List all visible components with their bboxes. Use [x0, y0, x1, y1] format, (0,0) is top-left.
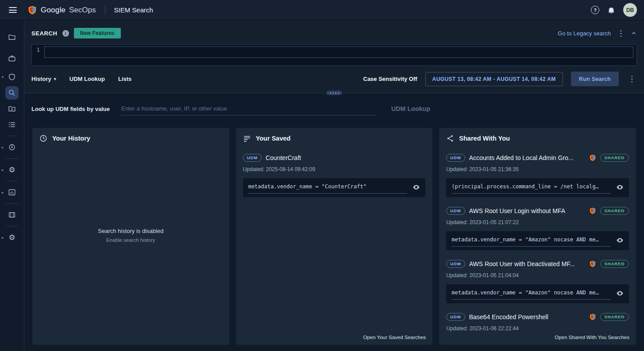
sidebar: ▾ ▸ ▸ ⚙ ▸ — [0, 20, 24, 351]
main-content: SEARCH i New Features Go to Legacy searc… — [24, 20, 644, 351]
udm-lookup-button[interactable]: UDM Lookup — [391, 105, 430, 112]
shared-search-name[interactable]: Accounts Added to Local Admin Gro... — [469, 154, 574, 161]
udm-badge: UDM — [446, 154, 465, 162]
rules-list-icon — [8, 121, 16, 129]
case-sensitivity-toggle[interactable]: Case Sensitivity Off — [363, 76, 417, 82]
your-history-panel: Your History Search history is disabled … — [32, 128, 229, 345]
brand-logo: Google SecOps — [27, 5, 96, 15]
saved-search-name[interactable]: CounterCraft — [266, 154, 301, 161]
sidebar-item-curated-detections[interactable] — [0, 101, 24, 117]
shared-badge: SHARED — [600, 154, 629, 162]
preview-eye-icon[interactable] — [616, 183, 624, 194]
preview-eye-icon[interactable] — [616, 237, 624, 247]
folder-icon — [8, 33, 16, 41]
sidebar-item-detections[interactable]: ▾ — [0, 69, 24, 85]
search-toolbar: History ▾ UDM Lookup Lists Case Sensitiv… — [24, 66, 644, 93]
app-title: SIEM Search — [114, 6, 153, 14]
sidebar-divider — [6, 158, 18, 159]
legacy-search-link[interactable]: Go to Legacy search — [558, 30, 611, 37]
udm-badge: UDM — [446, 313, 465, 321]
sidebar-item-search[interactable] — [0, 85, 24, 101]
chevron-down-icon: ▾ — [2, 75, 4, 79]
shared-search-name[interactable]: Base64 Encoded Powershell — [469, 313, 548, 320]
shared-badge: SHARED — [600, 207, 629, 215]
query-preview: metadata.vendor_name = "CounterCraft" — [243, 178, 426, 197]
query-preview: metadata.vendor_name = "Amazon" nocase A… — [446, 231, 629, 250]
query-text: metadata.vendor_name = "Amazon" nocase A… — [451, 290, 611, 300]
enable-history-link[interactable]: Enable search history — [32, 237, 229, 243]
shield-icon — [8, 73, 16, 81]
sidebar-item-rules[interactable] — [0, 117, 24, 133]
sidebar-divider — [6, 203, 18, 204]
shared-search-name[interactable]: AWS Root User with Deactivated MF... — [469, 260, 575, 267]
udm-badge: UDM — [243, 154, 262, 162]
udm-lookup-input[interactable] — [120, 102, 376, 115]
brand-google: Google — [41, 6, 66, 15]
services-gear-icon: ⚙ — [8, 234, 15, 241]
sidebar-item-response[interactable]: ▸ — [0, 139, 24, 155]
open-shared-searches-link[interactable]: Open Shared With You Searches — [555, 335, 629, 340]
open-saved-searches-link[interactable]: Open Your Saved Searches — [363, 335, 426, 340]
help-icon[interactable]: ? — [591, 6, 599, 14]
preview-eye-icon[interactable] — [413, 183, 420, 194]
app-window: Google SecOps SIEM Search ? DB ▾ — [0, 0, 644, 351]
tab-history[interactable]: History ▾ — [31, 76, 56, 82]
panel-title: Your Saved — [256, 135, 291, 142]
search-header: SEARCH i New Features Go to Legacy searc… — [24, 26, 644, 40]
shared-search-item: UDM Base64 Encoded Powershell SHARED Upd… — [446, 313, 629, 332]
gear-icon: ⚙ — [8, 166, 15, 174]
panel-title: Shared With You — [459, 135, 510, 142]
share-icon — [446, 134, 454, 142]
query-editor[interactable]: 1 — [31, 44, 637, 66]
info-icon[interactable]: i — [62, 30, 69, 37]
chevron-right-icon: ▸ — [2, 145, 4, 149]
query-input[interactable] — [44, 46, 633, 58]
chevron-down-icon: ▾ — [54, 76, 56, 81]
sidebar-item-data-storage[interactable] — [0, 207, 24, 223]
updated-timestamp: Updated: 2023-01-06 22:22:44 — [446, 325, 629, 332]
udm-badge: UDM — [446, 260, 465, 268]
shared-search-item: UDM AWS Root User Login without MFA SHAR… — [446, 207, 629, 250]
secops-mini-shield-icon — [589, 154, 596, 161]
secops-shield-logo-icon — [27, 5, 37, 15]
sidebar-item-services[interactable]: ▸ ⚙ — [0, 229, 24, 245]
shared-with-you-panel: Shared With You UDM Accounts Added to Lo… — [439, 128, 636, 345]
shared-search-name[interactable]: AWS Root User Login without MFA — [469, 207, 565, 214]
sidebar-item-settings[interactable]: ▸ ⚙ — [0, 162, 24, 178]
date-range-button[interactable]: AUGUST 13, 08:42 AM - AUGUST 14, 08:42 A… — [425, 72, 563, 86]
preview-eye-icon[interactable] — [616, 290, 624, 300]
secops-mini-shield-icon — [589, 313, 596, 320]
run-search-button[interactable]: Run Search — [571, 72, 619, 86]
your-saved-panel: Your Saved UDM CounterCraft Updated: 202… — [236, 128, 433, 345]
radar-icon — [8, 143, 16, 151]
notifications-bell-icon[interactable] — [607, 6, 615, 14]
toolbar-more-options-icon[interactable]: ⋮ — [627, 74, 637, 84]
updated-timestamp: Updated: 2023-01-05 21:36:35 — [446, 166, 629, 172]
sidebar-item-investigations[interactable] — [0, 48, 24, 69]
collapse-chevron-up-icon[interactable] — [631, 30, 637, 36]
tab-udm-lookup[interactable]: UDM Lookup — [69, 76, 105, 82]
briefcase-icon — [8, 54, 16, 62]
user-avatar[interactable]: DB — [623, 3, 637, 17]
udm-lookup-label: Look up UDM fields by value — [31, 106, 110, 112]
query-text: (principal.process.command_line = /net l… — [451, 183, 611, 194]
sidebar-divider — [6, 226, 18, 226]
topbar: Google SecOps SIEM Search ? DB — [0, 0, 644, 20]
udm-lookup-row: Look up UDM fields by value UDM Lookup — [24, 93, 644, 122]
editor-line-number: 1 — [32, 45, 44, 65]
query-text: metadata.vendor_name = "CounterCraft" — [248, 183, 408, 194]
updated-timestamp: Updated: 2025-08-14 09:42:09 — [243, 166, 426, 172]
query-text: metadata.vendor_name = "Amazon" nocase A… — [451, 237, 611, 247]
saved-search-item: UDM CounterCraft Updated: 2025-08-14 09:… — [243, 154, 426, 197]
sidebar-item-cases[interactable] — [0, 27, 24, 48]
shared-badge: SHARED — [600, 260, 629, 268]
new-features-button[interactable]: New Features — [74, 28, 121, 38]
pane-resize-handle[interactable] — [326, 91, 342, 95]
hamburger-menu-icon[interactable] — [7, 5, 19, 15]
tab-lists[interactable]: Lists — [118, 76, 131, 82]
sidebar-item-dashboards[interactable]: ▸ — [0, 184, 24, 200]
history-disabled-text: Search history is disabled — [32, 228, 229, 234]
query-preview: metadata.vendor_name = "Amazon" nocase A… — [446, 284, 629, 303]
secops-mini-shield-icon — [589, 260, 596, 267]
more-options-icon[interactable]: ⋮ — [616, 29, 626, 38]
